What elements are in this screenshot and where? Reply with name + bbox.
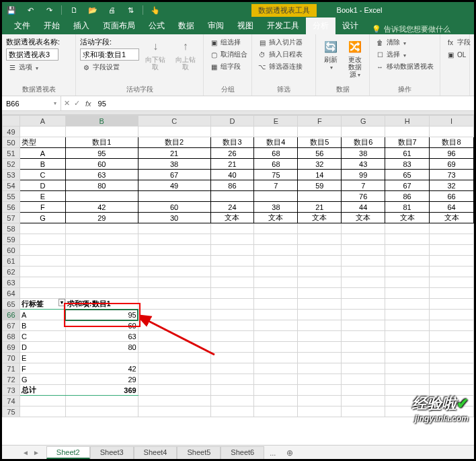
data-cell[interactable]: 43 <box>342 159 385 170</box>
redo-icon[interactable]: ↷ <box>42 4 56 16</box>
empty-cell[interactable] <box>138 331 210 342</box>
empty-cell[interactable] <box>254 223 298 234</box>
olap-button[interactable]: ▣OL <box>444 49 472 60</box>
row-header[interactable]: 60 <box>3 245 20 256</box>
row-header[interactable]: 54 <box>3 180 20 191</box>
empty-cell[interactable] <box>210 277 254 288</box>
data-cell[interactable]: 21 <box>298 202 342 213</box>
data-cell[interactable]: 文本 <box>298 213 342 223</box>
pivot-row-label-cell[interactable]: F <box>19 363 65 374</box>
insert-slicer-button[interactable]: ▤插入切片器 <box>256 37 304 48</box>
empty-cell[interactable] <box>430 288 474 299</box>
data-cell[interactable]: B <box>19 159 65 170</box>
empty-cell[interactable] <box>65 234 138 245</box>
tab-insert[interactable]: 插入 <box>67 17 96 34</box>
empty-cell[interactable] <box>298 406 342 417</box>
empty-cell[interactable] <box>138 245 210 256</box>
data-header-cell[interactable]: 数目6 <box>342 137 385 148</box>
data-cell[interactable]: 29 <box>65 213 138 223</box>
empty-cell[interactable] <box>254 245 298 256</box>
data-cell[interactable]: 文本 <box>210 213 254 223</box>
data-cell[interactable]: 49 <box>138 180 210 191</box>
empty-cell[interactable] <box>138 385 210 396</box>
tab-data[interactable]: 数据 <box>171 17 201 34</box>
change-source-button[interactable]: 🔀 更改数据源 <box>344 37 366 80</box>
empty-cell[interactable] <box>210 310 254 320</box>
empty-cell[interactable] <box>138 277 210 288</box>
empty-cell[interactable] <box>254 310 298 320</box>
pivot-value-cell[interactable]: 95 <box>65 310 138 320</box>
column-header[interactable]: C <box>138 116 210 127</box>
empty-cell[interactable] <box>430 127 474 137</box>
empty-cell[interactable] <box>342 320 385 331</box>
empty-cell[interactable] <box>65 256 138 267</box>
empty-cell[interactable] <box>210 374 254 385</box>
sheet-area[interactable]: ABCDEFGHI4950类型数目1数目2数目3数目4数目5数目6数目7数目85… <box>2 115 474 445</box>
empty-cell[interactable] <box>342 299 385 310</box>
empty-cell[interactable] <box>385 331 430 342</box>
empty-cell[interactable] <box>342 396 385 406</box>
undo-icon[interactable]: ↶ <box>24 4 37 16</box>
empty-cell[interactable] <box>385 267 430 277</box>
data-header-cell[interactable]: 数目1 <box>65 137 138 148</box>
tab-home[interactable]: 开始 <box>37 17 67 34</box>
data-cell[interactable]: 86 <box>385 191 430 202</box>
row-header[interactable]: 59 <box>3 234 20 245</box>
data-cell[interactable]: 7 <box>342 180 385 191</box>
empty-cell[interactable] <box>19 406 65 417</box>
data-cell[interactable]: 32 <box>298 159 342 170</box>
tab-review[interactable]: 审阅 <box>201 17 231 34</box>
empty-cell[interactable] <box>65 267 138 277</box>
row-header[interactable]: 65 <box>3 299 20 310</box>
empty-cell[interactable] <box>138 299 210 310</box>
row-header[interactable]: 55 <box>3 191 20 202</box>
data-cell[interactable]: 56 <box>298 148 342 159</box>
empty-cell[interactable] <box>298 310 342 320</box>
pivot-total-label[interactable]: 总计 <box>19 385 65 396</box>
drill-down-button[interactable]: ↓ 向下钻取 <box>142 37 169 72</box>
empty-cell[interactable] <box>298 374 342 385</box>
empty-cell[interactable] <box>254 406 298 417</box>
data-cell[interactable]: 66 <box>430 191 474 202</box>
row-header[interactable]: 56 <box>3 202 20 213</box>
data-cell[interactable]: 68 <box>254 148 298 159</box>
tell-me[interactable]: 💡 告诉我您想要做什么 <box>372 24 450 34</box>
sheet-tab[interactable]: Sheet6 <box>221 446 264 459</box>
empty-cell[interactable] <box>385 277 430 288</box>
empty-cell[interactable] <box>385 320 430 331</box>
empty-cell[interactable] <box>210 299 254 310</box>
empty-cell[interactable] <box>342 223 385 234</box>
empty-cell[interactable] <box>430 353 474 363</box>
row-header[interactable]: 52 <box>3 159 20 170</box>
empty-cell[interactable] <box>385 353 430 363</box>
touch-icon[interactable]: 👆 <box>149 4 162 16</box>
column-header[interactable]: B <box>65 116 138 127</box>
tab-file[interactable]: 文件 <box>7 17 37 34</box>
empty-cell[interactable] <box>19 396 65 406</box>
column-header[interactable]: F <box>298 116 342 127</box>
data-cell[interactable] <box>210 191 254 202</box>
empty-cell[interactable] <box>385 223 430 234</box>
tabs-more[interactable]: ... <box>264 448 281 458</box>
empty-cell[interactable] <box>298 363 342 374</box>
empty-cell[interactable] <box>298 223 342 234</box>
pivot-value-cell[interactable]: 42 <box>65 363 138 374</box>
empty-cell[interactable] <box>385 342 430 353</box>
empty-cell[interactable] <box>430 374 474 385</box>
sheet-tab[interactable]: Sheet3 <box>90 446 134 459</box>
pivot-value-cell[interactable]: 80 <box>65 342 138 353</box>
pivot-row-label-cell[interactable]: D <box>19 342 65 353</box>
empty-cell[interactable] <box>342 374 385 385</box>
empty-cell[interactable] <box>254 234 298 245</box>
empty-cell[interactable] <box>254 396 298 406</box>
empty-cell[interactable] <box>385 374 430 385</box>
data-cell[interactable]: 60 <box>65 159 138 170</box>
data-cell[interactable]: 86 <box>210 180 254 191</box>
data-cell[interactable]: 73 <box>430 170 474 180</box>
row-header[interactable]: 64 <box>3 288 20 299</box>
data-cell[interactable]: 99 <box>342 170 385 180</box>
filter-conn-button[interactable]: ⌥筛选器连接 <box>256 61 304 72</box>
empty-cell[interactable] <box>430 277 474 288</box>
empty-cell[interactable] <box>342 385 385 396</box>
pivot-row-label-cell[interactable]: E <box>19 353 65 363</box>
